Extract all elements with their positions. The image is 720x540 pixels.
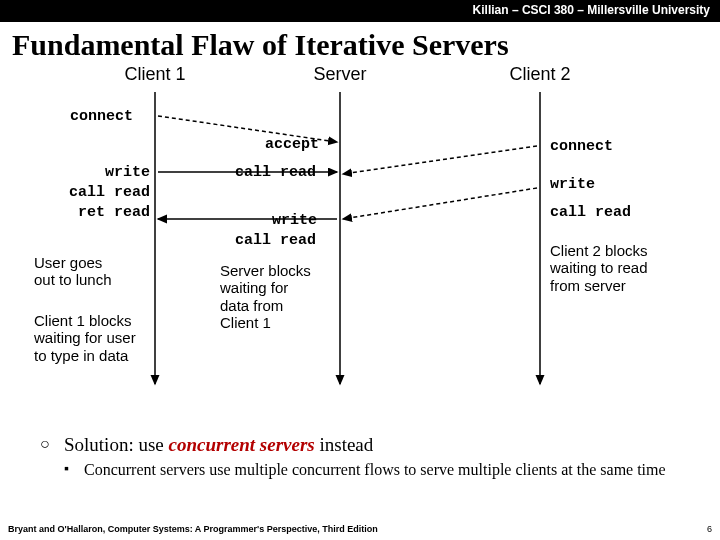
page-number: 6 [707,524,712,534]
footer: Bryant and O'Hallaron, Computer Systems:… [8,524,712,534]
note-c1a: User goes out to lunch [34,254,112,289]
c1-write: write [100,164,150,182]
c2-call-read: call read [550,204,631,222]
srv-call-read-1: call read [235,164,316,182]
note-c2: Client 2 blocks waiting to read from ser… [550,242,648,294]
srv-write: write [272,212,317,230]
bullet-list: Solution: use concurrent servers instead… [0,434,720,480]
bullet-solution: Solution: use concurrent servers instead… [40,434,694,480]
col-client1: Client 1 [110,64,200,85]
header-bar: Killian – CSCI 380 – Millersville Univer… [0,0,720,22]
c1-call-read: call read [55,184,150,202]
col-server: Server [300,64,380,85]
slide-title: Fundamental Flaw of Iterative Servers [0,22,720,64]
col-client2: Client 2 [495,64,585,85]
emph-concurrent-servers: concurrent servers [169,434,315,455]
srv-accept: accept [265,136,319,154]
header-text: Killian – CSCI 380 – Millersville Univer… [473,3,710,17]
sequence-diagram: Client 1 Server Client 2 connect write c… [0,64,720,434]
note-c1b: Client 1 blocks waiting for user to type… [34,312,136,364]
c2-write: write [550,176,595,194]
bullet-concurrent-desc: Concurrent servers use multiple concurre… [64,460,694,480]
footer-citation: Bryant and O'Hallaron, Computer Systems:… [8,524,378,534]
c1-connect: connect [70,108,133,126]
note-srv: Server blocks waiting for data from Clie… [220,262,311,331]
svg-line-7 [343,188,537,219]
c2-connect: connect [550,138,613,156]
svg-line-6 [343,146,537,174]
srv-call-read-2: call read [235,232,316,250]
c1-ret-read: ret read [60,204,150,222]
